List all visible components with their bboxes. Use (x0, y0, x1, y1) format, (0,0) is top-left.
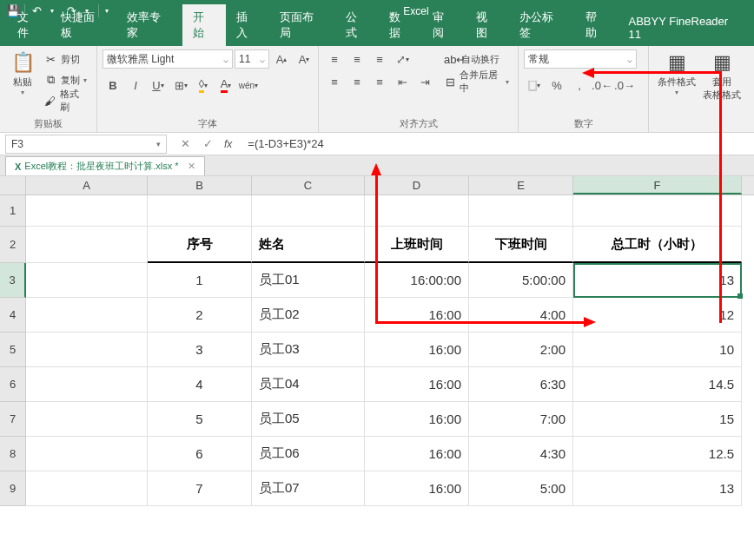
cell[interactable]: 员工06 (252, 437, 365, 471)
cell[interactable]: 6 (148, 437, 252, 471)
align-bottom-icon[interactable]: ≡ (369, 49, 390, 69)
align-center-icon[interactable]: ≡ (347, 72, 367, 91)
font-name-select[interactable]: 微软雅黑 Light (103, 49, 233, 69)
col-header-D[interactable]: D (365, 176, 469, 194)
cell[interactable]: 员工05 (252, 402, 365, 437)
tab-quickpanel[interactable]: 快捷面板 (50, 4, 116, 46)
orientation-button[interactable]: ⤢▾ (392, 49, 413, 69)
fill-color-button[interactable]: ◊▾ (193, 76, 214, 95)
cell[interactable]: 4 (148, 367, 252, 402)
cut-button[interactable]: ✂剪切 (40, 49, 91, 69)
tab-file[interactable]: 文件 (7, 4, 50, 46)
cell[interactable]: 4:30 (469, 437, 573, 471)
comma-button[interactable]: , (569, 76, 590, 95)
number-format-select[interactable]: 常规 (524, 49, 637, 69)
tab-view[interactable]: 视图 (466, 4, 509, 46)
cell[interactable]: 员工07 (252, 471, 365, 506)
copy-button[interactable]: ⧉复制 ▾ (40, 70, 91, 89)
cell[interactable] (26, 263, 148, 298)
merge-center-button[interactable]: ⊟合并后居中 ▾ (440, 72, 513, 91)
cell[interactable]: 16:00 (365, 471, 469, 506)
cell[interactable]: 2:00 (469, 333, 573, 367)
cell[interactable] (26, 333, 148, 367)
cancel-formula-icon[interactable]: ✕ (175, 137, 195, 150)
cell[interactable] (252, 195, 365, 227)
cell[interactable] (469, 195, 573, 227)
bold-button[interactable]: B (103, 76, 123, 95)
row-header-2[interactable]: 2 (0, 227, 26, 263)
align-top-icon[interactable]: ≡ (324, 49, 345, 69)
col-header-F[interactable]: F (573, 176, 742, 194)
col-header-E[interactable]: E (469, 176, 573, 194)
cell[interactable]: 12.5 (573, 437, 742, 471)
cell[interactable]: 16:00:00 (365, 263, 469, 298)
cell[interactable]: 员工01 (252, 263, 365, 298)
percent-button[interactable]: % (546, 76, 567, 95)
cell[interactable]: 上班时间 (365, 227, 469, 263)
tab-home[interactable]: 开始 (182, 4, 226, 46)
italic-button[interactable]: I (125, 76, 146, 95)
cell[interactable]: 12 (573, 298, 742, 333)
row-header-8[interactable]: 8 (0, 437, 26, 471)
row-header-1[interactable]: 1 (0, 195, 26, 227)
underline-button[interactable]: U ▾ (148, 76, 169, 95)
cell[interactable]: 10 (573, 333, 742, 367)
enter-formula-icon[interactable]: ✓ (198, 137, 217, 150)
tab-efficiency[interactable]: 效率专家 (116, 4, 182, 46)
tab-officetabs[interactable]: 办公标签 (509, 4, 575, 46)
cell[interactable] (26, 298, 148, 333)
decrease-indent-icon[interactable]: ⇤ (392, 72, 413, 91)
tab-pagelayout[interactable]: 页面布局 (269, 4, 335, 46)
cell[interactable] (26, 195, 148, 227)
increase-font-icon[interactable]: A▴ (271, 49, 292, 69)
tab-review[interactable]: 审阅 (422, 4, 466, 46)
decrease-decimal-button[interactable]: .0→ (614, 76, 635, 95)
tab-formulas[interactable]: 公式 (335, 4, 379, 46)
border-button[interactable]: ⊞▾ (170, 76, 191, 95)
col-header-A[interactable]: A (26, 176, 148, 194)
cell[interactable] (148, 195, 252, 227)
cell[interactable]: 16:00 (365, 402, 469, 437)
cell[interactable] (26, 402, 148, 437)
cell[interactable]: 13 (573, 471, 742, 506)
cells-area[interactable]: 序号 姓名 上班时间 下班时间 总工时（小时） 1 员工01 16:00:00 … (26, 195, 742, 506)
cell[interactable]: 序号 (148, 227, 252, 263)
format-painter-button[interactable]: 🖌格式刷 (40, 91, 91, 110)
formula-input[interactable]: =(1-D3+E3)*24 (241, 137, 754, 150)
cell[interactable]: 15 (573, 402, 742, 437)
cell[interactable]: 2 (148, 298, 252, 333)
row-header-7[interactable]: 7 (0, 402, 26, 437)
cell[interactable]: 7 (148, 471, 252, 506)
row-header-4[interactable]: 4 (0, 298, 26, 333)
cell[interactable]: 下班时间 (469, 227, 573, 263)
font-size-select[interactable]: 11 (235, 49, 269, 69)
cell[interactable] (573, 195, 742, 227)
wrap-text-button[interactable]: ab↵自动换行 (440, 49, 513, 69)
close-icon[interactable]: ✕ (188, 161, 195, 172)
cell[interactable]: 13 (573, 263, 742, 298)
cell[interactable]: 3 (148, 333, 252, 367)
cell[interactable]: 总工时（小时） (573, 227, 742, 263)
paste-button[interactable]: 📋 粘贴 ▾ (5, 49, 40, 98)
align-left-icon[interactable]: ≡ (324, 72, 345, 91)
cell[interactable]: 姓名 (252, 227, 365, 263)
cell[interactable] (365, 195, 469, 227)
cell[interactable] (26, 367, 148, 402)
tab-abbyy[interactable]: ABBYY FineReader 11 (618, 10, 755, 46)
cell[interactable] (26, 437, 148, 471)
conditional-formatting-button[interactable]: ▦ 条件格式 ▾ (654, 49, 699, 98)
increase-decimal-button[interactable]: .0← (592, 76, 612, 95)
align-right-icon[interactable]: ≡ (369, 72, 390, 91)
cell[interactable]: 员工03 (252, 333, 365, 367)
cell[interactable]: 14.5 (573, 367, 742, 402)
cell[interactable]: 1 (148, 263, 252, 298)
cell[interactable]: 6:30 (469, 367, 573, 402)
increase-indent-icon[interactable]: ⇥ (414, 72, 435, 91)
tab-help[interactable]: 帮助 (575, 4, 618, 46)
row-header-6[interactable]: 6 (0, 367, 26, 402)
accounting-format-button[interactable]: 🀆▾ (524, 76, 545, 95)
font-color-button[interactable]: A▾ (215, 76, 236, 95)
cell[interactable]: 16:00 (365, 367, 469, 402)
fx-icon[interactable]: fx (224, 138, 232, 150)
cell[interactable]: 16:00 (365, 437, 469, 471)
